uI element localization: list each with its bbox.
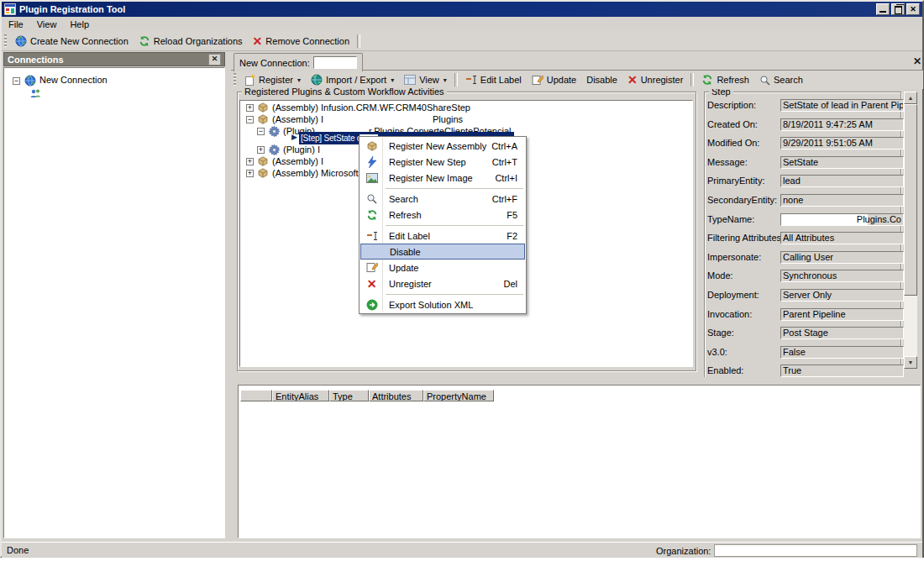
view-button[interactable]: View▾	[399, 73, 452, 87]
field-label-modified-on: Modified On:	[707, 137, 779, 149]
restore-button[interactable]	[891, 3, 905, 15]
register-new-icon	[244, 74, 255, 86]
title-bar[interactable]: Plugin Registration Tool ✕	[2, 2, 922, 17]
field-value-stage[interactable]: Post Stage	[780, 327, 904, 339]
organization-label: Organization:	[656, 546, 711, 556]
scroll-up-icon[interactable]: ▲	[904, 92, 917, 104]
connections-close-icon[interactable]: ✕	[208, 54, 221, 66]
search-button[interactable]: Search	[754, 73, 808, 87]
update-pencil-icon	[532, 75, 543, 86]
toolbar-grip[interactable]	[234, 73, 236, 87]
toolbar-grip[interactable]	[4, 34, 7, 48]
context-export-solution-xml[interactable]: Export Solution XML	[360, 296, 525, 312]
menu-view[interactable]: View	[30, 18, 64, 31]
field-value-modified-on[interactable]: 9/29/2011 9:51:05 AM	[780, 137, 904, 149]
minus-expander[interactable]: −	[246, 116, 254, 123]
field-label-deployment: Deployment:	[707, 289, 779, 302]
register-label: Register	[259, 75, 293, 85]
plus-expander[interactable]: +	[246, 170, 254, 177]
edit-label-button[interactable]: Edit Label	[460, 73, 527, 87]
context-unregister[interactable]: ✕ Unregister Del	[360, 275, 525, 291]
connections-panel-header: Connections ✕	[3, 52, 225, 66]
field-value-impersonate[interactable]: Calling User	[780, 251, 904, 264]
import-export-label: Import / Export	[326, 75, 386, 85]
field-value-invocation[interactable]: Parent Pipeline	[780, 308, 904, 321]
tree-item-assembly-plugins-suffix[interactable]: Plugins	[433, 113, 463, 125]
tab-org-input[interactable]	[313, 56, 357, 69]
scroll-down-icon[interactable]: ▼	[904, 356, 917, 369]
field-label-filtering-attributes: Filtering Attributes:	[707, 232, 779, 244]
context-register-new-image[interactable]: Register New Image Ctrl+I	[360, 170, 525, 186]
context-register-new-assembly[interactable]: Register New Assembly Ctrl+A	[360, 138, 525, 154]
menu-file[interactable]: File	[2, 18, 30, 31]
context-menu: Register New Assembly Ctrl+A Register Ne…	[359, 136, 527, 314]
field-value-description[interactable]: SetState of lead in Parent Pipeli	[780, 99, 904, 112]
context-edit-label[interactable]: Edit Label F2	[360, 228, 525, 244]
tree-item-assembly-infusion[interactable]: (Assembly) Infusion.CRM.WF.CRM40ShareSte…	[272, 102, 470, 113]
step-scrollbar[interactable]: ▲ ▼	[904, 92, 917, 369]
column-blank[interactable]	[240, 390, 272, 401]
register-button[interactable]: Register▾	[239, 72, 306, 87]
app-window: Plugin Registration Tool ✕ File View Hel…	[0, 0, 924, 558]
column-type[interactable]: Type	[329, 390, 369, 401]
organization-users-icon[interactable]	[29, 88, 41, 100]
context-disable-highlighted[interactable]: Disable	[360, 244, 525, 260]
plus-expander[interactable]: +	[257, 146, 265, 154]
minus-expander[interactable]: −	[257, 128, 265, 135]
tab-new-connection[interactable]: New Connection:	[234, 53, 363, 71]
field-value-created-on[interactable]: 8/19/2011 9:47:25 AM	[780, 118, 904, 131]
connection-node-label[interactable]: New Connection	[39, 75, 108, 85]
update-button[interactable]: Update	[527, 73, 581, 87]
assembly-package-icon	[257, 102, 269, 113]
plus-expander[interactable]: +	[246, 158, 254, 165]
magnifier-icon	[759, 75, 770, 86]
panel-close-icon[interactable]: ✕	[911, 55, 924, 68]
remove-connection-button[interactable]: ✕ Remove Connection	[248, 34, 354, 48]
disable-button[interactable]: Disable	[581, 73, 622, 87]
context-register-new-step[interactable]: Register New Step Ctrl+T	[360, 154, 525, 170]
connections-tree[interactable]: − New Connection	[3, 67, 225, 538]
menu-help[interactable]: Help	[63, 18, 96, 31]
field-value-enabled[interactable]: True	[780, 365, 904, 377]
field-value-primaryentity[interactable]: lead	[780, 175, 904, 187]
scrollbar-thumb[interactable]	[904, 104, 917, 296]
reload-organizations-button[interactable]: Reload Organizations	[134, 34, 248, 49]
chevron-down-icon: ▾	[297, 76, 301, 84]
field-value-typename[interactable]: Plugins.Co	[780, 213, 904, 226]
field-value-mode[interactable]: Synchronous	[780, 270, 904, 282]
minimize-button[interactable]	[876, 3, 890, 15]
tree-item-plugin-2[interactable]: (Plugin) I	[283, 144, 320, 155]
field-value-filtering-attributes[interactable]: All Attributes	[780, 232, 904, 244]
field-label-stage: Stage:	[707, 327, 779, 339]
tab-label: New Connection:	[239, 58, 310, 68]
field-value-message[interactable]: SetState	[780, 156, 904, 169]
refresh-button[interactable]: Refresh	[696, 72, 754, 87]
context-refresh[interactable]: Refresh F5	[360, 207, 525, 223]
context-update[interactable]: Update	[360, 260, 525, 275]
refresh-label: Refresh	[717, 75, 749, 85]
field-label-v30: v3.0:	[707, 346, 779, 359]
field-value-deployment[interactable]: Server Only	[780, 289, 904, 302]
column-entityalias[interactable]: EntityAlias	[272, 390, 329, 401]
plus-expander[interactable]: +	[246, 104, 254, 112]
red-x-icon: ✕	[253, 36, 263, 46]
field-value-secondaryentity[interactable]: none	[780, 194, 904, 207]
close-button[interactable]: ✕	[906, 3, 920, 15]
refresh-icon	[139, 35, 150, 47]
tree-item-assembly-3[interactable]: (Assembly) I	[272, 155, 323, 167]
collapse-expander[interactable]: −	[13, 77, 20, 85]
column-attributes[interactable]: Attributes	[369, 390, 423, 401]
import-export-button[interactable]: Import / Export▾	[306, 72, 399, 87]
field-value-v30[interactable]: False	[780, 346, 904, 359]
lightning-icon	[360, 156, 383, 168]
image-table-area[interactable]	[238, 385, 921, 538]
organization-input[interactable]	[714, 544, 917, 557]
globe-icon	[15, 35, 27, 47]
create-new-connection-button[interactable]: Create New Connection	[10, 34, 134, 49]
app-icon	[4, 3, 16, 15]
unregister-button[interactable]: ✕ Unregister	[622, 73, 688, 87]
tree-item-assembly-plugins[interactable]: (Assembly) I	[272, 113, 323, 125]
refresh-icon	[701, 74, 713, 86]
column-propertyname[interactable]: PropertyName	[423, 390, 494, 401]
context-search[interactable]: Search Ctrl+F	[360, 191, 525, 207]
